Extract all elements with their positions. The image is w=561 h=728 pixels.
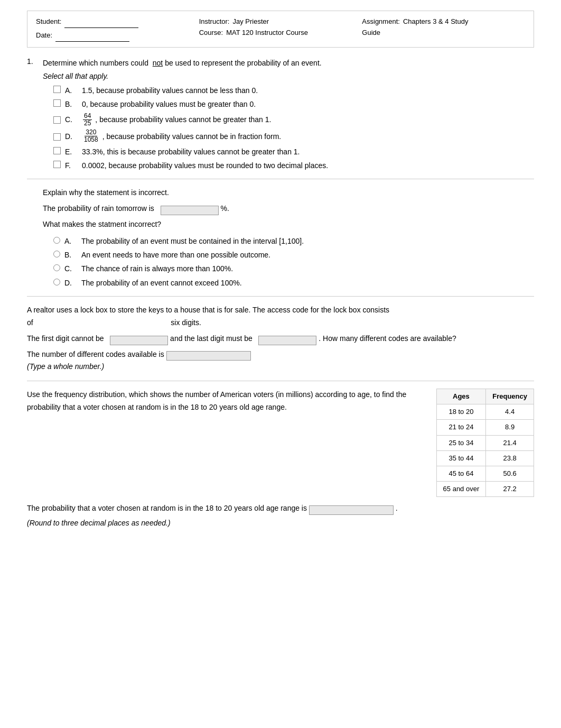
table-row: 65 and over27.2 bbox=[436, 481, 534, 496]
instructor-label: Instructor: bbox=[199, 16, 230, 27]
f1-opt-a-label: A. bbox=[64, 235, 77, 247]
lockbox-digits: six digits. bbox=[171, 318, 201, 327]
table-row: 35 to 4423.8 bbox=[436, 450, 534, 466]
option-d-fraction: 320 1058 bbox=[83, 129, 99, 143]
option-a-checkbox[interactable] bbox=[53, 86, 61, 93]
q1-text-after: be used to represent the probability of … bbox=[165, 59, 322, 67]
lockbox-blank1[interactable] bbox=[110, 336, 168, 345]
option-c-checkbox[interactable] bbox=[53, 116, 61, 124]
f1-opt-d-radio[interactable] bbox=[53, 279, 60, 285]
freq-cell-age: 45 to 64 bbox=[436, 466, 486, 481]
option-a-text: 1.5, because probability values cannot b… bbox=[82, 85, 258, 96]
freq-wrapper: Use the frequency distribution, which sh… bbox=[27, 389, 534, 497]
option-d-content: 320 1058 , because probability values ca… bbox=[82, 129, 281, 143]
option-e-label: E. bbox=[65, 146, 78, 158]
header: Student: Date: Instructor: Jay Priester … bbox=[27, 11, 534, 48]
guide-label: Guide bbox=[362, 27, 380, 39]
assignment-name: Chapters 3 & 4 Study bbox=[403, 16, 469, 27]
explain-text: Explain why the statement is incorrect. bbox=[43, 187, 534, 199]
instructor-name: Jay Priester bbox=[232, 16, 269, 27]
lockbox-blank2[interactable] bbox=[258, 336, 316, 345]
lockbox-answer-label: The number of different codes available … bbox=[27, 350, 164, 358]
f1-opt-a: A. The probability of an event must be c… bbox=[53, 235, 534, 247]
what-makes-text: What makes the statment incorrect? bbox=[43, 218, 534, 231]
option-b-checkbox[interactable] bbox=[53, 99, 61, 107]
f1-opt-b-text: An event needs to have more than one pos… bbox=[81, 249, 270, 261]
student-label: Student: bbox=[36, 16, 61, 28]
f1-opt-c-label: C. bbox=[64, 263, 77, 274]
date-label: Date: bbox=[36, 30, 52, 42]
q1-text: Determine which numbers could not be use… bbox=[43, 57, 534, 69]
f1-opt-d: D. The probability of an event cannot ex… bbox=[53, 277, 534, 289]
lockbox-part2: The first digit cannot be bbox=[27, 334, 104, 343]
frequency-table: Ages Frequency 18 to 204.421 to 248.925 … bbox=[436, 389, 534, 497]
lockbox-part3: and the last digit must be bbox=[170, 334, 253, 343]
f1-opt-c-radio[interactable] bbox=[53, 264, 60, 271]
freq-table-body: 18 to 204.421 to 248.925 to 3421.435 to … bbox=[436, 404, 534, 497]
freq-cell-age: 18 to 20 bbox=[436, 404, 486, 420]
lockbox-text: A realtor uses a lock box to store the k… bbox=[27, 304, 534, 329]
probability-answer-box[interactable] bbox=[161, 206, 219, 215]
table-row: 21 to 248.9 bbox=[436, 420, 534, 435]
option-c-fraction: 64 25 bbox=[83, 113, 92, 127]
probability-text: The probability of rain tomorrow is bbox=[43, 204, 154, 213]
freq-cell-age: 21 to 24 bbox=[436, 420, 486, 435]
option-c-text: , because probability values cannot be g… bbox=[95, 114, 271, 125]
lockbox-text2: The first digit cannot be and the last d… bbox=[27, 333, 534, 345]
option-d-text: , because probability values cannot be i… bbox=[102, 131, 282, 142]
followup-2: A realtor uses a lock box to store the k… bbox=[27, 304, 534, 373]
lockbox-answer-row: The number of different codes available … bbox=[27, 348, 534, 361]
freq-cell-freq: 8.9 bbox=[486, 420, 534, 435]
option-b-label: B. bbox=[65, 98, 78, 110]
header-student-col: Student: Date: bbox=[36, 16, 199, 42]
freq-probability-input[interactable] bbox=[309, 505, 394, 515]
f1-opt-b-radio[interactable] bbox=[53, 251, 60, 257]
option-f-label: F. bbox=[65, 160, 78, 171]
date-input[interactable] bbox=[55, 30, 129, 42]
assignment-label: Assignment: bbox=[362, 16, 400, 27]
lockbox-answer-note: (Type a whole number.) bbox=[27, 361, 534, 373]
freq-cell-age: 65 and over bbox=[436, 481, 486, 496]
freq-cell-age: 25 to 34 bbox=[436, 435, 486, 450]
course-label: Course: bbox=[199, 27, 223, 39]
freq-cell-freq: 27.2 bbox=[486, 481, 534, 496]
lockbox-text-part1: A realtor uses a lock box to store the k… bbox=[27, 306, 389, 327]
f1-opt-c-text: The chance of rain is always more than 1… bbox=[81, 263, 233, 274]
option-b-text: 0, because probability values must be gr… bbox=[82, 98, 256, 110]
f1-opt-c: C. The chance of rain is always more tha… bbox=[53, 263, 534, 274]
q1-options: A. 1.5, because probability values canno… bbox=[53, 85, 534, 171]
page: Student: Date: Instructor: Jay Priester … bbox=[27, 0, 534, 544]
followup-1: Explain why the statement is incorrect. … bbox=[43, 187, 534, 289]
followup-3: Use the frequency distribution, which sh… bbox=[27, 389, 534, 529]
f1-opt-b: B. An event needs to have more than one … bbox=[53, 249, 534, 261]
option-d-label: D. bbox=[65, 131, 78, 142]
q1-row: 1. Determine which numbers could not be … bbox=[27, 57, 534, 69]
q1-text-before: Determine which numbers could bbox=[43, 59, 148, 67]
option-c-label: C. bbox=[65, 114, 78, 125]
header-instructor-col: Instructor: Jay Priester Course: MAT 120… bbox=[199, 16, 362, 42]
option-e-checkbox[interactable] bbox=[53, 147, 61, 154]
f1-opt-d-label: D. bbox=[64, 277, 77, 289]
probability-statement: The probability of rain tomorrow is %. bbox=[43, 202, 534, 215]
student-input[interactable] bbox=[64, 16, 138, 28]
option-c-denominator: 25 bbox=[83, 120, 92, 127]
question-1: 1. Determine which numbers could not be … bbox=[27, 57, 534, 172]
option-c-numerator: 64 bbox=[83, 113, 92, 120]
option-d: D. 320 1058 , because probability values… bbox=[53, 129, 534, 143]
freq-header-frequency: Frequency bbox=[486, 389, 534, 404]
course-name: MAT 120 Instructor Course bbox=[226, 27, 308, 39]
option-c: C. 64 25 , because probability values ca… bbox=[53, 113, 534, 127]
freq-cell-freq: 50.6 bbox=[486, 466, 534, 481]
table-row: 45 to 6450.6 bbox=[436, 466, 534, 481]
lockbox-answer-input[interactable] bbox=[166, 351, 251, 361]
freq-cell-freq: 4.4 bbox=[486, 404, 534, 420]
separator-3 bbox=[27, 381, 534, 381]
option-d-checkbox[interactable] bbox=[53, 133, 61, 141]
option-f-checkbox[interactable] bbox=[53, 161, 61, 168]
option-e-text: 33.3%, this is because probability value… bbox=[82, 146, 300, 158]
option-a-label: A. bbox=[65, 85, 78, 96]
separator-1 bbox=[27, 179, 534, 179]
f1-opt-d-text: The probability of an event cannot excee… bbox=[81, 277, 242, 289]
freq-cell-age: 35 to 44 bbox=[436, 450, 486, 466]
f1-opt-a-radio[interactable] bbox=[53, 237, 60, 244]
